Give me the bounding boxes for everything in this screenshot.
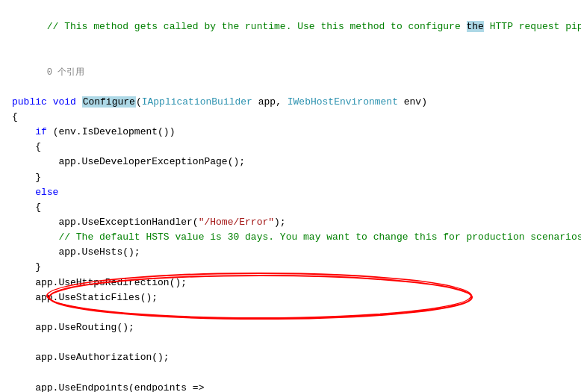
code-line-19 [0,335,581,350]
line-content-11: app.UseExceptionHandler("/Home/Error"); [9,215,575,230]
code-line-13: app.UseHsts(); [0,245,581,260]
line-content-3: public void Configure(IApplicationBuilde… [9,95,575,110]
code-line-16: app.UseStaticFiles(); [0,290,581,305]
comment-hsts: // The default HSTS value is 30 days. Yo… [12,231,581,243]
line-content-7: app.UseDeveloperExceptionPage(); [9,155,575,169]
line-content-15: app.UseHttpsRedirection(); [9,276,575,290]
line-content-8: } [9,170,575,185]
line-content-16: app.UseStaticFiles(); [9,290,575,305]
code-line-4: { [0,110,581,125]
keyword-if: if [35,126,47,137]
code-line-9: else [0,185,581,200]
type-iapplicationbuilder: IApplicationBuilder [142,96,252,108]
code-line-3: public void Configure(IApplicationBuilde… [0,95,581,110]
code-line-6: { [0,140,581,155]
code-line-18: app.UseRouting(); [0,320,581,335]
line-content-9: else [9,185,575,200]
line-content-19 [9,335,575,350]
type-iwebhostenvironment: IWebHostEnvironment [288,96,398,108]
code-line-2: 0 个引用 [0,49,581,94]
code-line-5: if (env.IsDevelopment()) [0,125,581,140]
code-line-7: app.UseDeveloperExceptionPage(); [0,155,581,169]
keyword-void: void [53,96,76,108]
string-home-error: "/Home/Error" [199,217,274,228]
line-content-13: app.UseHsts(); [9,245,575,260]
keyword-public: public [12,96,47,108]
line-content-6: { [9,140,575,155]
line-content-22: app.UseEndpoints(endpoints => [9,381,575,392]
method-configure: Configure [82,96,136,108]
comment-text: // This method gets called by the runtim… [47,21,581,32]
line-content-20: app.UseAuthorization(); [9,350,575,365]
code-line-8: } [0,170,581,185]
code-line-14: } [0,260,581,275]
line-content-17 [9,305,575,320]
line-content-5: if (env.IsDevelopment()) [9,125,575,140]
code-line-10: { [0,200,581,215]
code-line-20: app.UseAuthorization(); [0,350,581,365]
code-line-22: app.UseEndpoints(endpoints => [0,381,581,392]
code-line-1: // This method gets called by the runtim… [0,4,581,49]
code-line-11: app.UseExceptionHandler("/Home/Error"); [0,215,581,230]
line-content-12: // The default HSTS value is 30 days. Yo… [9,230,581,245]
ref-count: 0 个引用 [47,67,84,78]
code-editor: // This method gets called by the runtim… [0,0,581,392]
line-content-21 [9,365,575,380]
code-line-21 [0,365,581,380]
code-line-12: // The default HSTS value is 30 days. Yo… [0,230,581,245]
line-content-10: { [9,200,575,215]
keyword-else: else [35,187,58,198]
code-line-15: app.UseHttpsRedirection(); [0,276,581,290]
line-content-1: // This method gets called by the runtim… [9,4,581,49]
line-content-18: app.UseRouting(); [9,320,575,335]
line-content-4: { [9,110,575,125]
line-content-14: } [9,260,575,275]
code-line-17 [0,305,581,320]
line-content-2: 0 个引用 [9,49,575,94]
